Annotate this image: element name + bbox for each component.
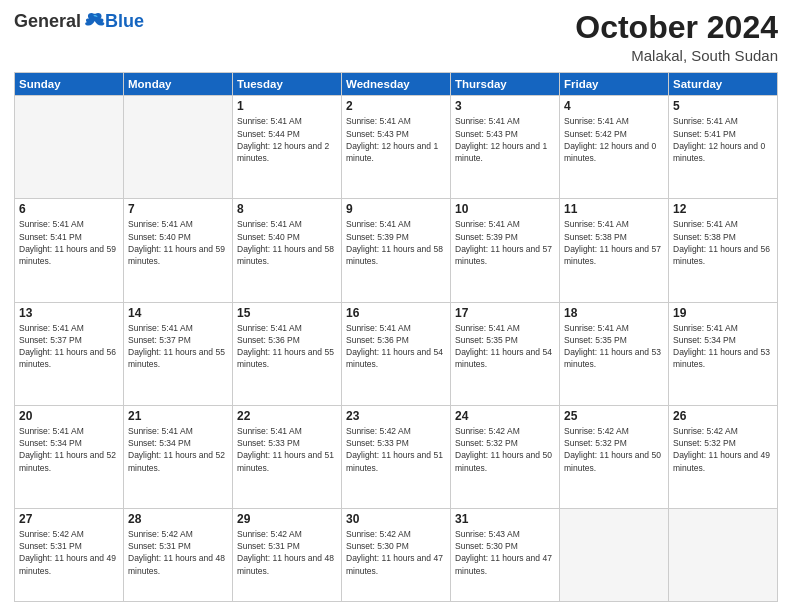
table-row: 21Sunrise: 5:41 AMSunset: 5:34 PMDayligh… [124, 405, 233, 508]
day-number: 18 [564, 306, 664, 320]
table-row: 31Sunrise: 5:43 AMSunset: 5:30 PMDayligh… [451, 508, 560, 601]
table-row: 6Sunrise: 5:41 AMSunset: 5:41 PMDaylight… [15, 199, 124, 302]
day-info: Sunrise: 5:41 AMSunset: 5:34 PMDaylight:… [673, 322, 773, 371]
day-number: 24 [455, 409, 555, 423]
table-row: 16Sunrise: 5:41 AMSunset: 5:36 PMDayligh… [342, 302, 451, 405]
day-number: 22 [237, 409, 337, 423]
day-info: Sunrise: 5:42 AMSunset: 5:31 PMDaylight:… [19, 528, 119, 577]
calendar-week-row: 6Sunrise: 5:41 AMSunset: 5:41 PMDaylight… [15, 199, 778, 302]
day-info: Sunrise: 5:42 AMSunset: 5:30 PMDaylight:… [346, 528, 446, 577]
day-info: Sunrise: 5:41 AMSunset: 5:33 PMDaylight:… [237, 425, 337, 474]
day-info: Sunrise: 5:41 AMSunset: 5:40 PMDaylight:… [128, 218, 228, 267]
table-row: 9Sunrise: 5:41 AMSunset: 5:39 PMDaylight… [342, 199, 451, 302]
day-info: Sunrise: 5:41 AMSunset: 5:35 PMDaylight:… [564, 322, 664, 371]
calendar-week-row: 1Sunrise: 5:41 AMSunset: 5:44 PMDaylight… [15, 96, 778, 199]
day-number: 3 [455, 99, 555, 113]
calendar-week-row: 20Sunrise: 5:41 AMSunset: 5:34 PMDayligh… [15, 405, 778, 508]
day-info: Sunrise: 5:43 AMSunset: 5:30 PMDaylight:… [455, 528, 555, 577]
day-info: Sunrise: 5:41 AMSunset: 5:39 PMDaylight:… [346, 218, 446, 267]
day-info: Sunrise: 5:41 AMSunset: 5:35 PMDaylight:… [455, 322, 555, 371]
day-info: Sunrise: 5:41 AMSunset: 5:41 PMDaylight:… [673, 115, 773, 164]
day-number: 26 [673, 409, 773, 423]
day-info: Sunrise: 5:41 AMSunset: 5:34 PMDaylight:… [19, 425, 119, 474]
day-number: 25 [564, 409, 664, 423]
table-row: 30Sunrise: 5:42 AMSunset: 5:30 PMDayligh… [342, 508, 451, 601]
table-row: 5Sunrise: 5:41 AMSunset: 5:41 PMDaylight… [669, 96, 778, 199]
table-row [669, 508, 778, 601]
day-number: 9 [346, 202, 446, 216]
table-row: 26Sunrise: 5:42 AMSunset: 5:32 PMDayligh… [669, 405, 778, 508]
day-info: Sunrise: 5:42 AMSunset: 5:32 PMDaylight:… [455, 425, 555, 474]
calendar-week-row: 13Sunrise: 5:41 AMSunset: 5:37 PMDayligh… [15, 302, 778, 405]
table-row: 22Sunrise: 5:41 AMSunset: 5:33 PMDayligh… [233, 405, 342, 508]
day-number: 23 [346, 409, 446, 423]
logo-bird-icon [83, 10, 105, 32]
month-title: October 2024 [575, 10, 778, 45]
table-row: 1Sunrise: 5:41 AMSunset: 5:44 PMDaylight… [233, 96, 342, 199]
day-number: 28 [128, 512, 228, 526]
day-number: 30 [346, 512, 446, 526]
day-info: Sunrise: 5:41 AMSunset: 5:36 PMDaylight:… [237, 322, 337, 371]
table-row: 14Sunrise: 5:41 AMSunset: 5:37 PMDayligh… [124, 302, 233, 405]
table-row: 3Sunrise: 5:41 AMSunset: 5:43 PMDaylight… [451, 96, 560, 199]
table-row: 23Sunrise: 5:42 AMSunset: 5:33 PMDayligh… [342, 405, 451, 508]
day-number: 1 [237, 99, 337, 113]
logo-blue-text: Blue [105, 11, 144, 32]
col-friday: Friday [560, 73, 669, 96]
calendar-week-row: 27Sunrise: 5:42 AMSunset: 5:31 PMDayligh… [15, 508, 778, 601]
table-row: 28Sunrise: 5:42 AMSunset: 5:31 PMDayligh… [124, 508, 233, 601]
day-info: Sunrise: 5:41 AMSunset: 5:43 PMDaylight:… [455, 115, 555, 164]
day-number: 7 [128, 202, 228, 216]
table-row: 25Sunrise: 5:42 AMSunset: 5:32 PMDayligh… [560, 405, 669, 508]
header: General Blue October 2024 Malakal, South… [14, 10, 778, 64]
day-info: Sunrise: 5:41 AMSunset: 5:38 PMDaylight:… [564, 218, 664, 267]
day-info: Sunrise: 5:42 AMSunset: 5:32 PMDaylight:… [673, 425, 773, 474]
logo-general-text: General [14, 11, 81, 32]
day-info: Sunrise: 5:41 AMSunset: 5:40 PMDaylight:… [237, 218, 337, 267]
day-number: 13 [19, 306, 119, 320]
table-row: 4Sunrise: 5:41 AMSunset: 5:42 PMDaylight… [560, 96, 669, 199]
day-info: Sunrise: 5:41 AMSunset: 5:34 PMDaylight:… [128, 425, 228, 474]
title-section: October 2024 Malakal, South Sudan [575, 10, 778, 64]
day-number: 5 [673, 99, 773, 113]
day-number: 2 [346, 99, 446, 113]
day-number: 19 [673, 306, 773, 320]
day-info: Sunrise: 5:42 AMSunset: 5:31 PMDaylight:… [128, 528, 228, 577]
day-info: Sunrise: 5:42 AMSunset: 5:32 PMDaylight:… [564, 425, 664, 474]
table-row: 13Sunrise: 5:41 AMSunset: 5:37 PMDayligh… [15, 302, 124, 405]
col-wednesday: Wednesday [342, 73, 451, 96]
col-sunday: Sunday [15, 73, 124, 96]
day-info: Sunrise: 5:41 AMSunset: 5:38 PMDaylight:… [673, 218, 773, 267]
table-row [124, 96, 233, 199]
day-number: 4 [564, 99, 664, 113]
day-info: Sunrise: 5:41 AMSunset: 5:42 PMDaylight:… [564, 115, 664, 164]
day-number: 11 [564, 202, 664, 216]
table-row: 12Sunrise: 5:41 AMSunset: 5:38 PMDayligh… [669, 199, 778, 302]
table-row [560, 508, 669, 601]
table-row: 29Sunrise: 5:42 AMSunset: 5:31 PMDayligh… [233, 508, 342, 601]
calendar-table: Sunday Monday Tuesday Wednesday Thursday… [14, 72, 778, 602]
table-row [15, 96, 124, 199]
location-text: Malakal, South Sudan [575, 47, 778, 64]
day-info: Sunrise: 5:41 AMSunset: 5:37 PMDaylight:… [19, 322, 119, 371]
day-info: Sunrise: 5:42 AMSunset: 5:33 PMDaylight:… [346, 425, 446, 474]
table-row: 2Sunrise: 5:41 AMSunset: 5:43 PMDaylight… [342, 96, 451, 199]
table-row: 17Sunrise: 5:41 AMSunset: 5:35 PMDayligh… [451, 302, 560, 405]
day-info: Sunrise: 5:42 AMSunset: 5:31 PMDaylight:… [237, 528, 337, 577]
table-row: 19Sunrise: 5:41 AMSunset: 5:34 PMDayligh… [669, 302, 778, 405]
col-thursday: Thursday [451, 73, 560, 96]
table-row: 20Sunrise: 5:41 AMSunset: 5:34 PMDayligh… [15, 405, 124, 508]
day-number: 29 [237, 512, 337, 526]
col-monday: Monday [124, 73, 233, 96]
day-number: 20 [19, 409, 119, 423]
day-number: 27 [19, 512, 119, 526]
logo: General Blue [14, 10, 144, 32]
table-row: 8Sunrise: 5:41 AMSunset: 5:40 PMDaylight… [233, 199, 342, 302]
day-info: Sunrise: 5:41 AMSunset: 5:41 PMDaylight:… [19, 218, 119, 267]
day-number: 6 [19, 202, 119, 216]
table-row: 15Sunrise: 5:41 AMSunset: 5:36 PMDayligh… [233, 302, 342, 405]
day-info: Sunrise: 5:41 AMSunset: 5:37 PMDaylight:… [128, 322, 228, 371]
col-saturday: Saturday [669, 73, 778, 96]
day-number: 31 [455, 512, 555, 526]
day-number: 15 [237, 306, 337, 320]
